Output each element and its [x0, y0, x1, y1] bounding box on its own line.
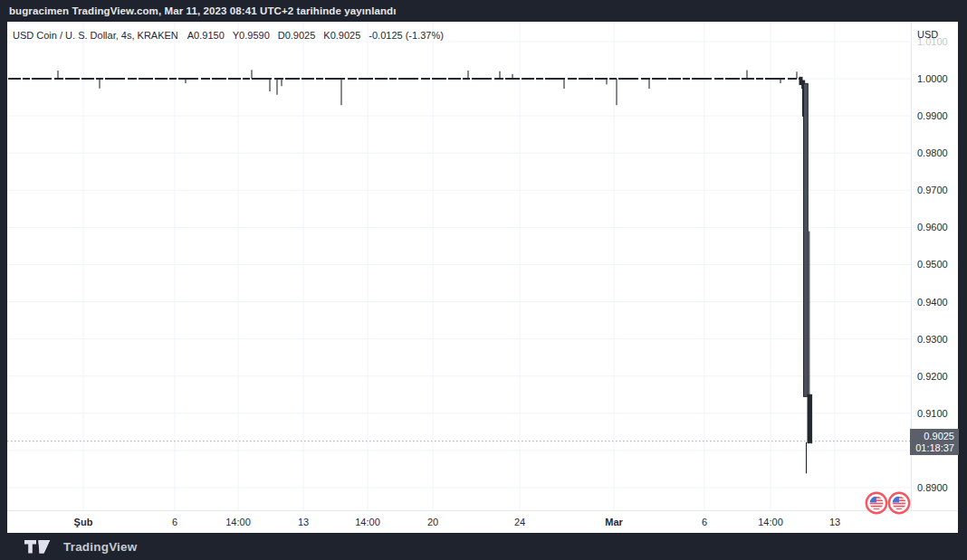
legend-change: -0.0125 (-1.37%) [369, 30, 444, 41]
chart-surface[interactable] [7, 22, 911, 510]
price-tick-label: 0.9200 [917, 371, 948, 382]
price-axis[interactable]: USD 0.9025 01:18:37 1.01001.00000.99000.… [911, 22, 958, 510]
bar-countdown-timer: 01:18:37 [910, 442, 954, 454]
time-tick-label: 6 [702, 517, 707, 527]
time-tick-label: 13 [298, 517, 309, 527]
time-tick-label: Şub [74, 517, 93, 527]
time-tick-label: 14:00 [355, 517, 380, 527]
price-tick-label: 0.9700 [917, 185, 948, 195]
chart-panel: USD Coin / U. S. Dollar, 4s, KRAKEN A0.9… [7, 22, 958, 533]
time-tick-label: 6 [172, 517, 177, 527]
price-tick-label: 0.9300 [917, 334, 948, 345]
legend-close: K0.9025 [323, 30, 360, 41]
publish-header-text[interactable]: bugracimen TradingView.com, Mar 11, 2023… [9, 5, 397, 16]
tradingview-logo-icon[interactable] [24, 540, 55, 554]
legend-low: D0.9025 [278, 30, 316, 41]
price-tick-label: 1.0100 [917, 36, 948, 47]
us-flag-circle-icon[interactable] [865, 491, 888, 515]
time-tick-label: 24 [514, 517, 525, 527]
price-tick-label: 0.8900 [917, 482, 948, 493]
time-axis[interactable]: Şub614:001314:002024Mar614:0013 [7, 510, 958, 533]
time-tick-label: Mar [605, 517, 623, 527]
publish-header-bar: bugracimen TradingView.com, Mar 11, 2023… [0, 0, 967, 22]
price-tick-label: 0.9500 [917, 259, 948, 270]
time-tick-label: 14:00 [225, 517, 251, 527]
legend-open: A0.9150 [187, 30, 225, 41]
time-tick-label: 13 [829, 517, 840, 527]
price-tick-label: 0.9600 [917, 222, 948, 233]
price-tick-label: 0.9800 [917, 147, 948, 158]
time-tick-label: 20 [427, 517, 438, 527]
legend-high: Y0.9590 [233, 30, 270, 41]
candle-body [804, 83, 809, 396]
price-tick-label: 0.9900 [917, 110, 948, 121]
time-tick-label: 14:00 [758, 517, 783, 527]
price-tick-label: 1.0000 [917, 73, 948, 84]
last-price-badge: 0.9025 01:18:37 [910, 429, 959, 455]
tradingview-brand-text[interactable]: TradingView [63, 540, 137, 554]
footer-brand-bar: TradingView [0, 533, 967, 560]
price-tick-label: 0.9100 [917, 408, 948, 419]
chart-legend[interactable]: USD Coin / U. S. Dollar, 4s, KRAKEN A0.9… [13, 30, 452, 41]
chart-stickers [865, 491, 911, 515]
us-flag-circle-icon[interactable] [887, 491, 911, 515]
last-price-value: 0.9025 [910, 431, 954, 442]
price-tick-label: 0.9400 [917, 297, 948, 308]
candle-body [808, 394, 812, 442]
legend-symbol[interactable]: USD Coin / U. S. Dollar, 4s, KRAKEN [13, 30, 178, 41]
